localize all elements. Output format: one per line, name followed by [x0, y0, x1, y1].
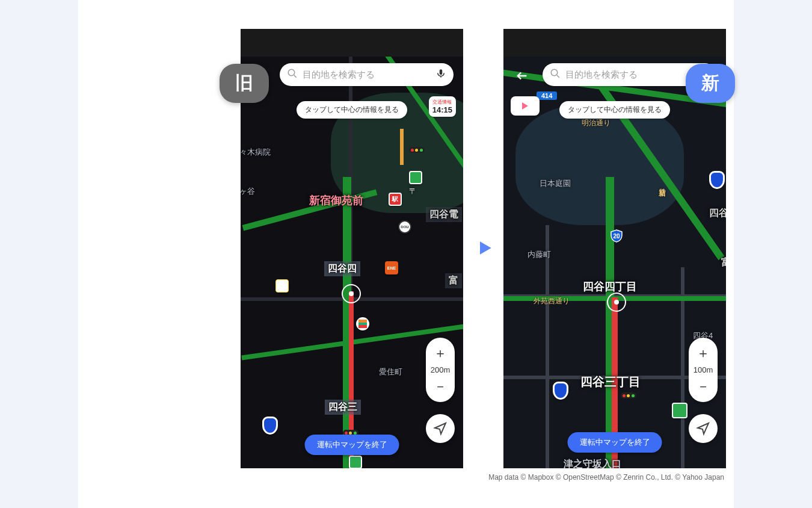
poi-station[interactable]: 駅	[389, 193, 402, 206]
old-version-tag: 旧	[220, 64, 269, 103]
search-placeholder: 目的地を検索する	[565, 69, 698, 81]
search-bar[interactable]: 目的地を検索する	[280, 63, 454, 86]
svg-rect-1	[440, 69, 443, 75]
traffic-info-badge[interactable]: 交通情報 14:15	[429, 96, 456, 117]
status-bar	[503, 29, 726, 57]
traffic-time: 14:15	[432, 105, 452, 114]
label-garden: 日本庭園	[540, 178, 571, 189]
poi-eneos[interactable]: ENE	[385, 261, 398, 274]
map-center-marker	[607, 293, 626, 312]
label-yotsuya4chome: 四谷四丁目	[579, 278, 641, 295]
search-icon	[550, 68, 561, 81]
map-copyright: Map data © Mapbox © OpenStreetMap © Zenr…	[488, 473, 724, 482]
compass-button[interactable]	[426, 414, 455, 443]
label-yotsuya3: 四谷三	[325, 400, 361, 415]
label-yotsuya3chome: 四谷三丁目	[577, 373, 644, 391]
svg-point-0	[288, 69, 295, 76]
label-naito: 内藤町	[527, 249, 551, 260]
street-gaien: 外苑西通り	[534, 296, 570, 306]
poi-familymart-2[interactable]	[349, 456, 362, 468]
status-bar	[241, 29, 463, 57]
zoom-scale: 200m	[431, 363, 451, 377]
phone-old: 々木病院 ヶ谷 新宿御苑前 四谷四 四谷電 富 四谷三 愛住町 〒 駅 DOU …	[241, 29, 463, 468]
mic-icon[interactable]	[435, 68, 446, 81]
center-info-hint[interactable]: タップして中心の情報を見る	[559, 101, 670, 119]
label-hospital: 々木病院	[241, 147, 271, 158]
new-version-tag: 新	[686, 64, 735, 103]
svg-text:20: 20	[613, 233, 620, 240]
label-tomi: 富	[445, 273, 462, 288]
search-icon	[287, 68, 298, 81]
traffic-label: 交通情報	[432, 99, 452, 105]
route-direction-badge[interactable]	[511, 96, 540, 116]
street-shinjuku: 新宿通り	[657, 183, 667, 191]
traffic-light-icon	[621, 392, 636, 398]
zoom-out-button[interactable]: －	[426, 377, 455, 396]
label-kagaya: ヶ谷	[241, 186, 255, 197]
compass-button[interactable]	[689, 414, 718, 443]
zoom-in-button[interactable]: ＋	[426, 344, 455, 363]
label-yotsu: 四谷	[706, 206, 726, 221]
poi-familymart[interactable]	[409, 171, 422, 184]
label-yotsuya4: 四谷四	[324, 261, 360, 276]
poi-familymart[interactable]	[672, 403, 687, 418]
zoom-out-button[interactable]: －	[689, 377, 718, 396]
poi-lawson[interactable]	[709, 171, 725, 189]
poi-ministop[interactable]	[275, 279, 289, 293]
post-icon: 〒	[409, 186, 417, 197]
poi-lawson-2[interactable]	[553, 382, 568, 400]
search-placeholder: 目的地を検索する	[303, 69, 435, 81]
map-center-marker	[342, 284, 361, 303]
label-yotsuya-den: 四谷電	[426, 207, 462, 222]
poi-lawson[interactable]	[262, 417, 278, 435]
center-info-hint[interactable]: タップして中心の情報を見る	[297, 101, 407, 119]
label-shinjuku-gyoen: 新宿御苑前	[306, 192, 367, 209]
label-aizumi: 愛住町	[379, 367, 402, 377]
zoom-in-button[interactable]: ＋	[689, 344, 718, 363]
zoom-control: ＋ 200m －	[426, 338, 455, 402]
label-tsunokami: 津之守坂入口	[560, 457, 625, 468]
zoom-scale: 100m	[694, 363, 713, 377]
zoom-control: ＋ 100m －	[689, 338, 718, 402]
end-driving-button[interactable]: 運転中マップを終了	[568, 432, 662, 453]
label-tomi: 富	[718, 255, 726, 270]
back-button[interactable]	[512, 66, 532, 86]
traffic-light-icon-2	[409, 147, 425, 153]
svg-point-3	[551, 69, 558, 76]
street-meiji: 明治通り	[582, 118, 611, 128]
route-20-shield: 20	[609, 229, 624, 243]
route-414-shield: 414	[537, 91, 557, 100]
end-driving-button[interactable]: 運転中マップを終了	[305, 435, 399, 455]
comparison-arrow-icon	[475, 238, 494, 260]
poi-seveneleven[interactable]	[356, 317, 369, 330]
poi-doutor[interactable]: DOU	[398, 220, 411, 234]
